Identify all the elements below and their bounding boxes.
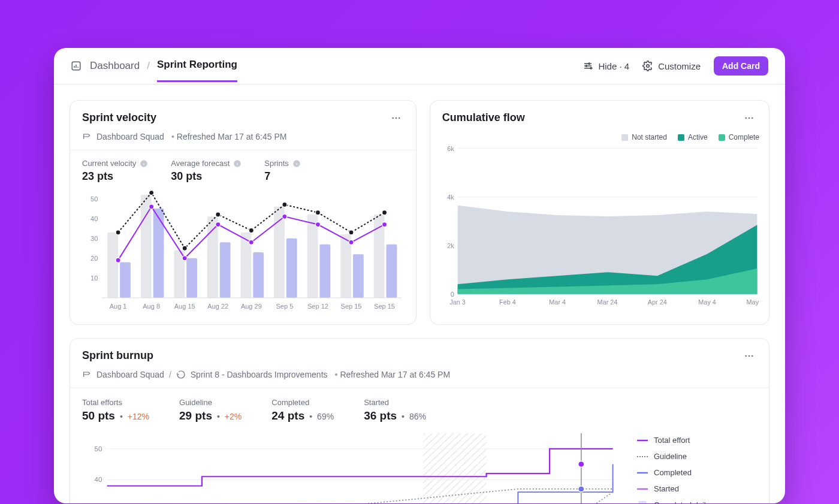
velocity-subheader: Dashboard Squad Refreshed Mar 17 at 6:45… (70, 132, 416, 150)
svg-point-44 (116, 230, 120, 235)
velocity-card: Sprint velocity Dashboard Squad Refreshe… (70, 100, 417, 325)
svg-point-6 (395, 117, 397, 119)
kpi-completed: Completed 24 pts•69% (271, 398, 334, 422)
more-icon[interactable] (741, 111, 757, 127)
svg-point-59 (315, 222, 320, 227)
svg-point-45 (149, 191, 154, 195)
burnup-refreshed: Refreshed Mar 17 at 6:45 PM (333, 370, 451, 379)
kpi-total: Total efforts 50 pts•+12% (82, 398, 149, 422)
svg-text:6k: 6k (447, 145, 454, 152)
svg-point-93 (578, 461, 584, 467)
legend-started: Started (654, 484, 679, 493)
app-window: Dashboard / Sprint Reporting Hide · 4 Cu… (54, 48, 785, 503)
svg-point-48 (249, 228, 253, 233)
flow-chart: 02k4k6kJan 3Feb 4Mar 4Mar 24Apr 24May 4M… (440, 141, 759, 309)
gear-icon (642, 61, 653, 71)
svg-point-52 (382, 210, 387, 215)
svg-point-49 (282, 202, 287, 207)
svg-point-82 (752, 355, 753, 357)
svg-point-64 (752, 117, 753, 119)
kpi-total-value: 50 pts (82, 409, 115, 422)
burnup-kpis: Total efforts 50 pts•+12% Guideline 29 p… (70, 388, 769, 430)
cycle-icon (82, 370, 92, 379)
cycle-icon (82, 132, 92, 141)
breadcrumb-root[interactable]: Dashboard (90, 60, 140, 82)
burnup-subheader: Dashboard Squad / Sprint 8 - Dashboards … (70, 370, 769, 388)
breadcrumb-current[interactable]: Sprint Reporting (157, 59, 237, 82)
svg-text:Aug 15: Aug 15 (174, 303, 195, 310)
svg-rect-20 (153, 209, 164, 298)
svg-text:Sep 5: Sep 5 (276, 303, 294, 310)
velocity-chart: 1020304050Aug 1Aug 8Aug 15Aug 22Aug 29Se… (80, 186, 406, 312)
kpi-start-pct: 86% (409, 412, 426, 421)
svg-text:40: 40 (90, 215, 98, 222)
svg-point-62 (745, 117, 747, 119)
svg-point-3 (590, 68, 591, 69)
velocity-refreshed: Refreshed Mar 17 at 6:45 PM (169, 132, 287, 141)
svg-text:0: 0 (450, 291, 454, 298)
kpi-total-label: Total efforts (82, 398, 149, 407)
svg-text:Apr 24: Apr 24 (647, 298, 666, 306)
svg-point-94 (578, 486, 584, 492)
customize-label: Customize (658, 61, 701, 71)
svg-text:Aug 1: Aug 1 (110, 303, 127, 310)
breadcrumb: Dashboard / Sprint Reporting (71, 59, 237, 82)
add-card-button[interactable]: Add Card (714, 56, 768, 76)
burnup-sprint[interactable]: Sprint 8 - Dashboards Improvements (191, 370, 328, 379)
svg-text:2k: 2k (447, 242, 454, 249)
legend-completed: Completed (654, 468, 692, 477)
svg-point-7 (399, 117, 400, 119)
velocity-squad: Dashboard Squad (96, 132, 164, 141)
svg-text:10: 10 (90, 274, 98, 282)
kpi-started: Started 36 pts•86% (364, 398, 426, 422)
svg-text:Mar 4: Mar 4 (549, 298, 566, 306)
svg-rect-41 (387, 245, 397, 298)
svg-point-5 (392, 117, 394, 119)
hide-label: Hide · 4 (598, 61, 629, 71)
burnup-squad[interactable]: Dashboard Squad (96, 370, 164, 379)
svg-text:20: 20 (90, 255, 98, 262)
svg-point-56 (216, 222, 221, 227)
svg-point-46 (182, 246, 187, 251)
legend-not-started: Not started (632, 133, 667, 141)
svg-text:50: 50 (90, 195, 98, 203)
svg-point-57 (249, 240, 253, 245)
velocity-title: Sprint velocity (82, 111, 156, 124)
top-row: Sprint velocity Dashboard Squad Refreshe… (70, 100, 769, 325)
svg-text:Sep 12: Sep 12 (307, 303, 328, 310)
svg-point-54 (149, 204, 154, 209)
flow-card: Cumulative flow Not started Active Compl… (430, 100, 769, 325)
svg-rect-34 (307, 215, 318, 298)
kpi-guide-pct: +2% (225, 412, 242, 421)
customize-button[interactable]: Customize (642, 61, 701, 71)
burnup-chart: 304050ints (82, 430, 619, 503)
kpi-current-value: 23 pts (82, 170, 148, 183)
kpi-sprints-value: 7 (264, 170, 300, 183)
kpi-average-value: 30 pts (171, 170, 242, 183)
svg-rect-25 (207, 216, 218, 298)
svg-point-81 (749, 355, 750, 357)
kpi-total-pct: +12% (128, 412, 149, 421)
breadcrumb-separator: / (147, 60, 150, 82)
svg-text:Aug 22: Aug 22 (207, 303, 228, 310)
legend-active: Active (688, 133, 708, 141)
info-icon (233, 159, 242, 168)
kpi-current: Current velocity 23 pts (82, 159, 148, 183)
legend-complete: Complete (729, 133, 759, 141)
legend-guideline: Guideline (654, 452, 687, 461)
more-icon[interactable] (388, 111, 404, 127)
more-icon[interactable] (741, 349, 757, 365)
svg-point-53 (116, 258, 120, 262)
burnup-legend: Total effort Guideline Completed Started… (637, 430, 757, 503)
svg-point-1 (588, 63, 590, 64)
legend-total: Total effort (654, 436, 690, 445)
kpi-sprints-label: Sprints (264, 159, 288, 168)
svg-text:Mar 24: Mar 24 (597, 298, 617, 306)
burnup-title: Sprint burnup (82, 349, 153, 362)
hide-button[interactable]: Hide · 4 (583, 61, 629, 71)
kpi-comp-pct: 69% (317, 412, 334, 421)
svg-text:30: 30 (90, 235, 98, 242)
svg-point-60 (349, 240, 354, 245)
svg-point-2 (586, 65, 587, 67)
svg-point-61 (382, 222, 387, 227)
